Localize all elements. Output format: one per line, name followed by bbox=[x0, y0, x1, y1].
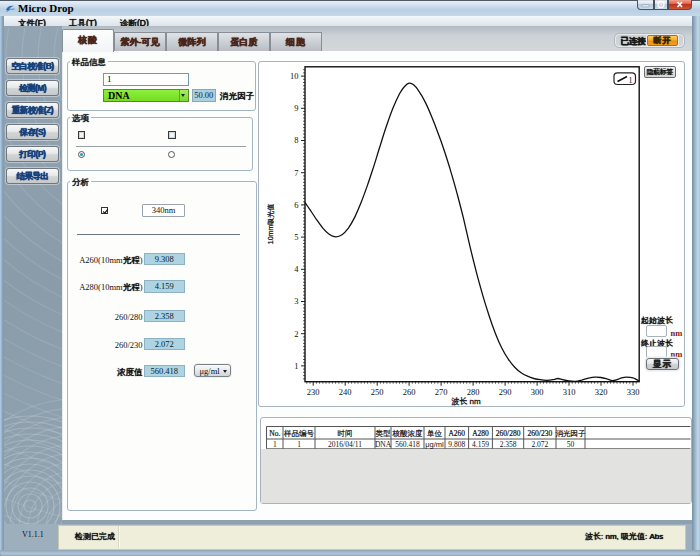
svg-text:6: 6 bbox=[294, 200, 298, 210]
svg-text:290: 290 bbox=[499, 387, 512, 397]
svg-text:波长 nm: 波长 nm bbox=[451, 397, 481, 406]
svg-text:8: 8 bbox=[294, 135, 298, 145]
svg-text:2016/04/11: 2016/04/11 bbox=[328, 440, 362, 449]
svg-text:1: 1 bbox=[629, 76, 633, 85]
svg-text:No.: No. bbox=[269, 429, 280, 438]
svg-text:10mm吸光值: 10mm吸光值 bbox=[267, 204, 275, 244]
svg-text:280: 280 bbox=[467, 387, 480, 397]
svg-text:9.808: 9.808 bbox=[448, 440, 465, 449]
svg-text:时间: 时间 bbox=[338, 429, 353, 438]
svg-text:300: 300 bbox=[531, 387, 544, 397]
svg-text:260: 260 bbox=[403, 387, 416, 397]
svg-text:A260: A260 bbox=[448, 429, 465, 438]
svg-text:10: 10 bbox=[290, 71, 299, 81]
svg-text:样品编号: 样品编号 bbox=[284, 429, 315, 438]
svg-text:2.358: 2.358 bbox=[500, 440, 517, 449]
svg-text:260/230: 260/230 bbox=[528, 429, 553, 438]
svg-text:240: 240 bbox=[339, 387, 352, 397]
svg-text:4.159: 4.159 bbox=[472, 440, 489, 449]
svg-text:1: 1 bbox=[273, 440, 277, 449]
svg-text:320: 320 bbox=[595, 387, 608, 397]
svg-text:5: 5 bbox=[294, 232, 298, 242]
svg-text:类型: 类型 bbox=[376, 429, 392, 438]
svg-text:330: 330 bbox=[627, 387, 640, 397]
svg-text:4: 4 bbox=[294, 264, 299, 274]
svg-text:310: 310 bbox=[563, 387, 576, 397]
svg-text:单位: 单位 bbox=[427, 429, 443, 438]
svg-text:9: 9 bbox=[294, 103, 298, 113]
svg-text:1: 1 bbox=[294, 361, 298, 371]
svg-text:μg/ml: μg/ml bbox=[425, 440, 444, 449]
svg-text:560.418: 560.418 bbox=[395, 440, 420, 449]
svg-text:核酸浓度: 核酸浓度 bbox=[392, 429, 424, 438]
svg-text:消光因子: 消光因子 bbox=[556, 429, 587, 438]
svg-text:250: 250 bbox=[371, 387, 384, 397]
svg-text:50: 50 bbox=[567, 440, 575, 449]
svg-text:1: 1 bbox=[297, 440, 301, 449]
svg-text:2.072: 2.072 bbox=[531, 440, 548, 449]
svg-text:260/280: 260/280 bbox=[496, 429, 521, 438]
svg-text:2: 2 bbox=[294, 329, 298, 339]
svg-text:7: 7 bbox=[294, 168, 298, 178]
svg-text:DNA: DNA bbox=[375, 440, 392, 449]
svg-text:A280: A280 bbox=[472, 429, 489, 438]
svg-text:270: 270 bbox=[435, 387, 448, 397]
svg-text:3: 3 bbox=[294, 296, 298, 306]
svg-text:230: 230 bbox=[307, 387, 320, 397]
